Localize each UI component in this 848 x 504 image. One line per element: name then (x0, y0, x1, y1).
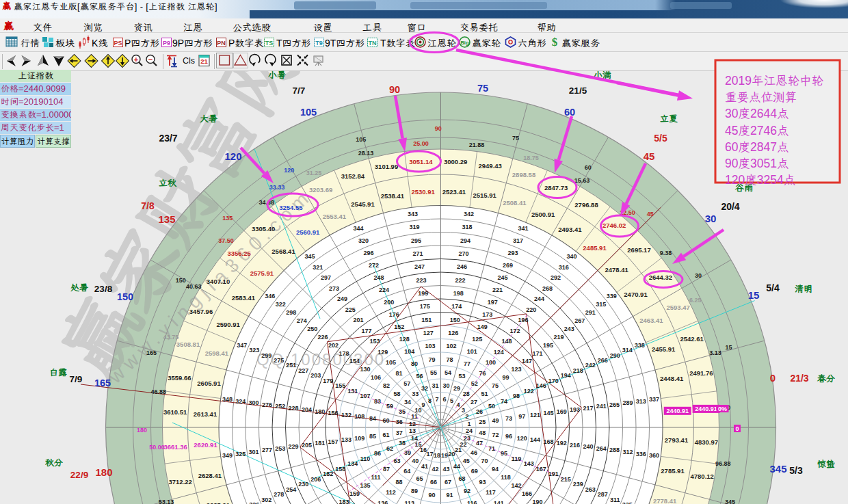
svg-text:153: 153 (369, 338, 380, 345)
svg-text:3: 3 (462, 407, 465, 414)
svg-text:79: 79 (428, 356, 435, 363)
svg-text:180: 180 (315, 408, 325, 415)
svg-text:4830.97: 4830.97 (695, 438, 718, 446)
svg-text:33.33: 33.33 (269, 184, 285, 191)
svg-text:32: 32 (421, 385, 428, 392)
svg-text:60: 60 (564, 107, 575, 118)
svg-text:345: 345 (769, 463, 786, 475)
svg-text:360: 360 (649, 452, 659, 459)
svg-text:276: 276 (262, 401, 272, 408)
svg-text:339: 339 (607, 293, 617, 300)
svg-text:2605.91: 2605.91 (197, 380, 221, 387)
svg-text:226: 226 (318, 334, 328, 341)
svg-text:326: 326 (249, 501, 259, 504)
svg-text:立秋: 立秋 (159, 178, 177, 188)
svg-text:159: 159 (349, 490, 360, 497)
svg-text:156: 156 (328, 410, 339, 416)
svg-text:335: 335 (622, 501, 633, 504)
svg-text:19: 19 (441, 452, 448, 459)
svg-text:64: 64 (403, 468, 410, 475)
svg-text:150: 150 (450, 317, 460, 323)
svg-text:278: 278 (274, 491, 284, 498)
svg-text:2598.41: 2598.41 (205, 349, 229, 357)
svg-text:47: 47 (476, 440, 483, 447)
svg-text:224: 224 (379, 287, 389, 293)
svg-text:28.13: 28.13 (358, 150, 374, 157)
svg-text:39: 39 (404, 449, 411, 456)
svg-text:134: 134 (347, 460, 358, 467)
svg-text:75: 75 (512, 135, 519, 142)
svg-text:22: 22 (460, 441, 467, 448)
svg-text:320: 320 (358, 237, 369, 244)
svg-text:175: 175 (420, 303, 430, 310)
svg-text:180: 180 (95, 466, 112, 478)
svg-text:90: 90 (435, 125, 442, 132)
svg-text:21.88: 21.88 (469, 142, 485, 148)
svg-text:7/7: 7/7 (293, 85, 306, 96)
svg-text:293: 293 (507, 250, 518, 256)
svg-text:2949.43: 2949.43 (479, 162, 502, 170)
svg-text:84: 84 (369, 415, 376, 422)
svg-text:重要点位测算: 重要点位测算 (725, 90, 797, 104)
svg-text:203: 203 (310, 372, 321, 379)
svg-text:227: 227 (298, 367, 308, 374)
svg-text:172: 172 (509, 328, 520, 334)
svg-text:51: 51 (481, 390, 488, 397)
svg-text:223: 223 (416, 277, 427, 284)
svg-text:3356.25: 3356.25 (227, 250, 251, 257)
svg-text:166: 166 (522, 490, 532, 497)
svg-text:11: 11 (411, 413, 418, 420)
svg-text:46: 46 (471, 449, 477, 456)
svg-text:87: 87 (383, 466, 390, 473)
svg-text:2746.02: 2746.02 (602, 222, 626, 229)
svg-text:294: 294 (460, 237, 471, 244)
svg-text:2553.41: 2553.41 (323, 213, 347, 220)
svg-text:348: 348 (222, 396, 233, 403)
svg-text:2778.41: 2778.41 (653, 497, 677, 504)
svg-text:177: 177 (361, 328, 371, 334)
svg-text:117: 117 (486, 489, 496, 496)
svg-text:106: 106 (371, 374, 381, 381)
svg-text:345: 345 (304, 253, 315, 260)
svg-text:27: 27 (471, 399, 477, 406)
svg-text:273: 273 (329, 285, 339, 292)
svg-text:251: 251 (286, 362, 296, 369)
svg-text:85: 85 (369, 433, 376, 440)
svg-text:97: 97 (518, 413, 525, 420)
svg-text:43.75: 43.75 (163, 334, 179, 341)
svg-text:299: 299 (261, 352, 271, 359)
svg-text:0: 0 (735, 425, 739, 432)
svg-text:336: 336 (636, 451, 646, 457)
svg-text:31.25: 31.25 (306, 170, 322, 176)
svg-text:3.13: 3.13 (709, 349, 721, 356)
svg-text:191: 191 (548, 470, 559, 477)
svg-text:206: 206 (310, 476, 321, 483)
svg-text:处暑: 处暑 (70, 282, 88, 293)
svg-text:3051.14: 3051.14 (409, 158, 433, 165)
svg-text:263: 263 (585, 486, 596, 493)
svg-text:3254.55: 3254.55 (279, 204, 303, 211)
svg-text:250: 250 (307, 326, 317, 332)
svg-text:146: 146 (536, 382, 546, 389)
svg-text:42: 42 (432, 466, 438, 473)
svg-text:340: 340 (567, 253, 577, 260)
svg-text:315: 315 (596, 301, 606, 308)
svg-text:60: 60 (585, 164, 592, 171)
svg-text:126: 126 (448, 330, 458, 336)
svg-text:347: 347 (237, 342, 247, 349)
svg-text:73: 73 (505, 415, 512, 422)
svg-text:107: 107 (360, 393, 370, 399)
svg-text:3203.69: 3203.69 (309, 186, 332, 194)
svg-text:215: 215 (561, 476, 571, 483)
svg-text:151: 151 (421, 317, 432, 323)
svg-text:200: 200 (384, 299, 394, 306)
svg-text:253: 253 (275, 445, 285, 452)
svg-text:192: 192 (557, 440, 567, 447)
svg-text:199: 199 (418, 290, 428, 297)
svg-text:271: 271 (413, 250, 423, 257)
svg-text:120: 120 (517, 435, 527, 442)
svg-text:26: 26 (476, 408, 483, 415)
svg-text:23/8: 23/8 (94, 284, 113, 294)
svg-text:30: 30 (695, 272, 702, 279)
svg-text:265: 265 (609, 401, 620, 408)
